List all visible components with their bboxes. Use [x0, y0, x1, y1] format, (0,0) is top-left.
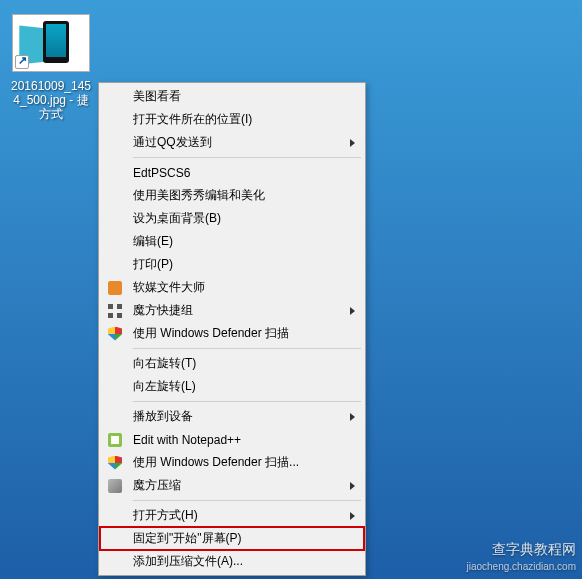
shield-icon — [107, 455, 123, 471]
menu-edit[interactable]: 编辑(E) — [101, 230, 363, 253]
separator — [133, 157, 361, 158]
menu-label: 播放到设备 — [133, 408, 193, 425]
menu-rotate-right[interactable]: 向右旋转(T) — [101, 352, 363, 375]
desktop-shortcut[interactable]: 20161009_1454_500.jpg - 捷方式 — [8, 14, 94, 122]
menu-label: 使用美图秀秀编辑和美化 — [133, 187, 265, 204]
cube-icon — [107, 478, 123, 494]
menu-meitu-view[interactable]: 美图看看 — [101, 85, 363, 108]
context-menu: 美图看看 打开文件所在的位置(I) 通过QQ发送到 EdtPSCS6 使用美图秀… — [98, 82, 366, 576]
watermark: 查字典教程网 jiaocheng.chazidian.com — [466, 541, 576, 575]
menu-label: Edit with Notepad++ — [133, 433, 241, 447]
menu-label: 魔方快捷组 — [133, 302, 193, 319]
menu-label: EdtPSCS6 — [133, 166, 190, 180]
notepad-icon — [107, 432, 123, 448]
menu-set-wallpaper[interactable]: 设为桌面背景(B) — [101, 207, 363, 230]
menu-label: 向左旋转(L) — [133, 378, 196, 395]
menu-label: 使用 Windows Defender 扫描 — [133, 325, 289, 342]
menu-add-archive[interactable]: 添加到压缩文件(A)... — [101, 550, 363, 573]
menu-label: 通过QQ发送到 — [133, 134, 212, 151]
menu-open-with[interactable]: 打开方式(H) — [101, 504, 363, 527]
menu-ruanmei[interactable]: 软媒文件大师 — [101, 276, 363, 299]
menu-pin-start[interactable]: 固定到"开始"屏幕(P) — [101, 527, 363, 550]
menu-label: 软媒文件大师 — [133, 279, 205, 296]
menu-label: 打开方式(H) — [133, 507, 198, 524]
phone-graphic — [43, 21, 69, 63]
shortcut-arrow-icon — [15, 55, 29, 69]
menu-notepadpp[interactable]: Edit with Notepad++ — [101, 428, 363, 451]
menu-open-location[interactable]: 打开文件所在的位置(I) — [101, 108, 363, 131]
shortcut-label: 20161009_1454_500.jpg - 捷方式 — [8, 78, 94, 122]
chevron-right-icon — [350, 512, 355, 520]
menu-label: 固定到"开始"屏幕(P) — [133, 530, 242, 547]
shortcut-thumbnail — [12, 14, 90, 72]
menu-defender-scan[interactable]: 使用 Windows Defender 扫描 — [101, 322, 363, 345]
separator — [133, 500, 361, 501]
chevron-right-icon — [350, 139, 355, 147]
menu-label: 编辑(E) — [133, 233, 173, 250]
menu-label: 魔方压缩 — [133, 477, 181, 494]
chevron-right-icon — [350, 307, 355, 315]
menu-label: 向右旋转(T) — [133, 355, 196, 372]
chevron-right-icon — [350, 413, 355, 421]
watermark-text1: 查字典 — [492, 541, 534, 557]
menu-edit-pscs6[interactable]: EdtPSCS6 — [101, 161, 363, 184]
menu-defender-scan2[interactable]: 使用 Windows Defender 扫描... — [101, 451, 363, 474]
menu-label: 使用 Windows Defender 扫描... — [133, 454, 299, 471]
ruanmei-icon — [107, 280, 123, 296]
menu-send-qq[interactable]: 通过QQ发送到 — [101, 131, 363, 154]
menu-label: 打开文件所在的位置(I) — [133, 111, 252, 128]
menu-label: 美图看看 — [133, 88, 181, 105]
menu-label: 设为桌面背景(B) — [133, 210, 221, 227]
shield-icon — [107, 326, 123, 342]
menu-print[interactable]: 打印(P) — [101, 253, 363, 276]
separator — [133, 348, 361, 349]
menu-label: 添加到压缩文件(A)... — [133, 553, 243, 570]
menu-cast[interactable]: 播放到设备 — [101, 405, 363, 428]
grid-icon — [107, 303, 123, 319]
menu-meituxiu[interactable]: 使用美图秀秀编辑和美化 — [101, 184, 363, 207]
separator — [133, 401, 361, 402]
check-icon — [46, 14, 57, 15]
menu-label: 打印(P) — [133, 256, 173, 273]
menu-rotate-left[interactable]: 向左旋转(L) — [101, 375, 363, 398]
menu-mofang-zip[interactable]: 魔方压缩 — [101, 474, 363, 497]
chevron-right-icon — [350, 482, 355, 490]
watermark-url: jiaocheng.chazidian.com — [466, 561, 576, 572]
watermark-text2: 教程网 — [534, 541, 576, 557]
menu-mofang-group[interactable]: 魔方快捷组 — [101, 299, 363, 322]
